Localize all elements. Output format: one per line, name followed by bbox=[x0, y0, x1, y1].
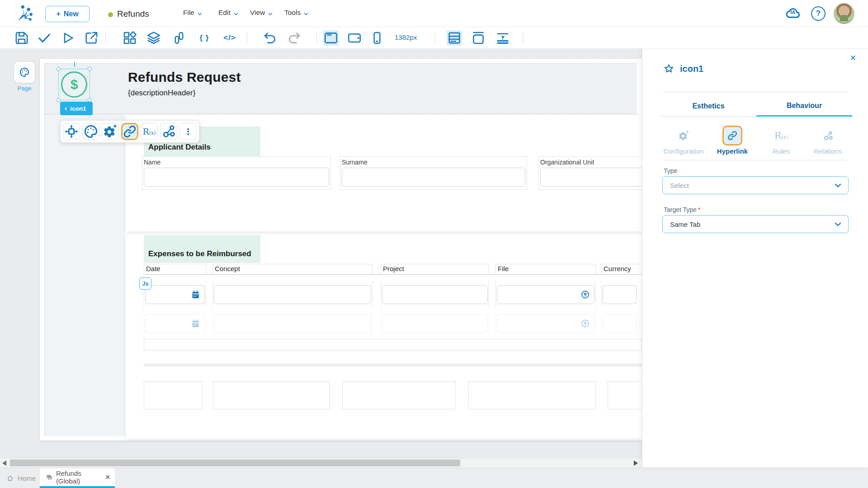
project-input[interactable] bbox=[382, 314, 488, 333]
date-input[interactable] bbox=[145, 285, 205, 304]
save-button[interactable] bbox=[14, 30, 29, 46]
subtab-relations-label: Relations bbox=[803, 147, 853, 155]
empty-row-dropzone[interactable] bbox=[144, 339, 642, 351]
scroll-right-arrow[interactable] bbox=[634, 460, 638, 466]
tab-behaviour[interactable]: Behaviour bbox=[756, 96, 852, 117]
name-input[interactable] bbox=[144, 168, 329, 187]
surname-input[interactable] bbox=[342, 168, 525, 187]
menu-tools[interactable]: Tools bbox=[284, 9, 309, 17]
frame-panel-button[interactable] bbox=[471, 30, 486, 46]
subtab-hyperlink[interactable]: Hyperlink bbox=[708, 125, 757, 155]
file-input[interactable] bbox=[497, 314, 594, 333]
user-avatar[interactable] bbox=[834, 3, 854, 24]
scrollbar-thumb[interactable] bbox=[10, 460, 460, 466]
form-subtitle[interactable]: {descriptionHeader} bbox=[128, 89, 195, 98]
new-button[interactable]: + New bbox=[45, 6, 90, 22]
validate-button[interactable] bbox=[37, 30, 52, 46]
column-header-currency[interactable]: Currency bbox=[601, 264, 642, 274]
target-type-select[interactable]: Same Tab bbox=[662, 215, 849, 233]
form-page: $ Refunds Request {descriptionHeader} ‹ … bbox=[40, 59, 642, 441]
selected-widget-chip[interactable]: ‹ icon1 bbox=[60, 102, 93, 115]
menu-edit-label: Edit bbox=[218, 9, 231, 17]
selection-outline bbox=[58, 69, 90, 100]
subtab-rules[interactable]: R(x) Rules bbox=[756, 125, 806, 155]
column-header-concept[interactable]: Concept bbox=[212, 264, 373, 274]
field-surname[interactable]: Surname bbox=[340, 156, 527, 190]
menu-file[interactable]: File bbox=[183, 9, 203, 17]
form-title[interactable]: Refunds Request bbox=[128, 70, 241, 85]
redo-button[interactable] bbox=[286, 30, 302, 46]
column-header-project[interactable]: Project bbox=[381, 264, 489, 274]
components-button[interactable] bbox=[122, 30, 137, 46]
currency-input[interactable] bbox=[603, 314, 637, 333]
calendar-icon[interactable] bbox=[191, 290, 200, 300]
scroll-left-arrow[interactable] bbox=[2, 460, 6, 466]
page-style-button[interactable] bbox=[14, 61, 35, 83]
rules-button[interactable]: R(x) bbox=[141, 123, 158, 140]
more-options-button[interactable]: ⋮ bbox=[179, 123, 197, 140]
phone-viewport-button[interactable] bbox=[369, 30, 385, 46]
undo-button[interactable] bbox=[263, 30, 278, 46]
variables-button[interactable]: { } bbox=[197, 30, 212, 46]
project-input[interactable] bbox=[382, 285, 488, 304]
menu-view[interactable]: View bbox=[250, 9, 273, 17]
editor-toolbar: { } </> 1382px bbox=[0, 27, 868, 49]
tab-refunds-global[interactable]: Refunds (Global) ✕ bbox=[40, 468, 115, 488]
menu-edit[interactable]: Edit bbox=[218, 9, 239, 17]
plus-icon: + bbox=[56, 10, 60, 18]
esthetics-button[interactable] bbox=[82, 123, 99, 140]
footer-cell-dropzone[interactable] bbox=[608, 381, 642, 409]
field-name[interactable]: Name bbox=[142, 156, 331, 190]
app-logo-icon[interactable] bbox=[13, 4, 36, 23]
tab-esthetics[interactable]: Esthetics bbox=[660, 96, 756, 117]
preview-button[interactable] bbox=[60, 30, 75, 46]
favorite-star-icon[interactable] bbox=[663, 63, 675, 75]
column-header-date[interactable]: Date bbox=[144, 264, 206, 274]
configuration-button[interactable] bbox=[102, 123, 119, 140]
relations-button[interactable] bbox=[160, 123, 177, 140]
file-input[interactable] bbox=[497, 285, 594, 304]
footer-cell-dropzone[interactable] bbox=[213, 381, 330, 409]
ai-assistant-icon[interactable]: IA bbox=[783, 5, 803, 22]
required-asterisk: * bbox=[698, 206, 700, 213]
menu-file-label: File bbox=[183, 9, 194, 17]
currency-input[interactable] bbox=[603, 285, 637, 304]
layers-button[interactable] bbox=[146, 30, 161, 46]
ia-badge-label: IA bbox=[783, 9, 803, 15]
field-surname-label: Surname bbox=[342, 159, 525, 166]
upload-icon[interactable] bbox=[580, 290, 590, 300]
section-title-block[interactable]: Expenses to be Reimbursed bbox=[144, 235, 260, 263]
horizontal-scrollbar[interactable] bbox=[0, 458, 642, 468]
subtab-relations[interactable]: Relations bbox=[803, 125, 853, 155]
move-widget-button[interactable] bbox=[63, 123, 80, 140]
close-tab-icon[interactable]: ✕ bbox=[105, 474, 110, 481]
tablet-viewport-button[interactable] bbox=[347, 30, 362, 46]
field-organizational-unit[interactable]: Organizational Unit bbox=[538, 156, 642, 190]
publish-button[interactable] bbox=[84, 30, 99, 46]
concept-input[interactable] bbox=[214, 314, 371, 333]
footer-cell-dropzone[interactable] bbox=[144, 381, 203, 409]
flows-button[interactable] bbox=[171, 30, 187, 46]
concept-input[interactable] bbox=[214, 285, 371, 304]
selected-widget-icon1[interactable]: $ bbox=[61, 71, 87, 98]
subtab-configuration[interactable]: Configuration bbox=[659, 125, 708, 155]
field-orgunit-label: Organizational Unit bbox=[540, 159, 642, 166]
tab-home[interactable]: Home bbox=[6, 468, 36, 488]
type-select[interactable]: Select bbox=[662, 176, 849, 194]
sections-filter-button[interactable] bbox=[495, 30, 510, 46]
help-icon[interactable]: ? bbox=[811, 6, 826, 21]
footer-cell-dropzone[interactable] bbox=[342, 381, 456, 409]
tab-esthetics-label: Esthetics bbox=[692, 102, 724, 110]
viewport-width-value[interactable]: 1382px bbox=[395, 33, 417, 41]
desktop-viewport-button[interactable] bbox=[323, 30, 339, 46]
orgunit-input[interactable] bbox=[540, 168, 642, 187]
footer-cell-dropzone[interactable] bbox=[468, 381, 596, 409]
target-type-label: Target Type* bbox=[664, 206, 700, 213]
hyperlink-button[interactable] bbox=[121, 123, 138, 140]
source-code-button[interactable]: </> bbox=[222, 30, 237, 46]
data-panel-button[interactable] bbox=[447, 30, 462, 46]
date-input[interactable] bbox=[145, 314, 205, 333]
js-code-badge[interactable]: Js bbox=[139, 277, 151, 290]
close-icon[interactable]: ✕ bbox=[850, 53, 856, 63]
column-header-file[interactable]: File bbox=[495, 264, 596, 274]
